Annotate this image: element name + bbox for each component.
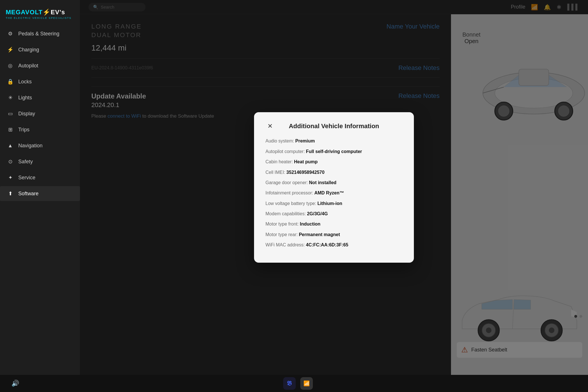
trips-icon: ⊞ (7, 126, 14, 133)
sidebar-item-locks[interactable]: 🔒 Locks (0, 74, 80, 89)
sidebar-item-software[interactable]: ⬆ Software (0, 186, 80, 201)
lights-icon: ✳ (7, 94, 14, 101)
modal-value-cabin-heater: Heat pump (294, 159, 318, 165)
modal-label-audio: Audio system: (265, 138, 294, 144)
modal-value-infotainment: AMD Ryzen™ (314, 190, 344, 196)
sidebar-item-label: Locks (18, 79, 32, 85)
brand-logo: MEGAVOLT⚡EV's THE ELECTRIC VEHICLE SPECI… (0, 6, 80, 25)
modal-close-button[interactable]: ✕ (265, 122, 275, 131)
modal-row-garage-door: Garage door opener: Not installed (265, 180, 402, 186)
modal-label-autopilot-computer: Autopilot computer: (265, 148, 305, 155)
lock-icon: 🔒 (7, 78, 14, 85)
pedals-icon: ⚙ (7, 30, 14, 37)
modal-header: ✕ Additional Vehicle Information (265, 122, 402, 130)
sidebar-item-label: Display (18, 111, 35, 117)
modal-row-audio: Audio system: Premium (265, 138, 402, 144)
modal-row-wifi-mac: WiFi MAC address: 4C:FC:AA:6D:3F:65 (265, 242, 402, 248)
modal-label-cell-imei: Cell IMEI: (265, 169, 285, 176)
sidebar-item-label: Safety (18, 159, 33, 165)
sidebar-item-trips[interactable]: ⊞ Trips (0, 122, 80, 137)
modal-value-motor-rear: Permanent magnet (299, 232, 340, 238)
sidebar-item-autopilot[interactable]: ◎ Autopilot (0, 58, 80, 73)
sidebar-item-navigation[interactable]: ▲ Navigation (0, 138, 80, 153)
modal-overlay[interactable]: ✕ Additional Vehicle Information Audio s… (80, 0, 588, 375)
modal-label-cabin-heater: Cabin heater: (265, 159, 293, 165)
sidebar-item-label: Navigation (18, 143, 43, 149)
sidebar-item-label: Service (18, 175, 35, 181)
sidebar-item-label: Trips (18, 127, 29, 133)
modal-label-motor-front: Motor type front: (265, 221, 299, 227)
taskbar: 🔊 𝔅 📶 (0, 375, 588, 392)
modal-label-infotainment: Infotainment processor: (265, 190, 313, 196)
sidebar-item-label: Autopilot (18, 63, 38, 69)
brand-tagline: THE ELECTRIC VEHICLE SPECIALISTS (6, 17, 74, 19)
sidebar-item-label: Lights (18, 95, 32, 101)
sidebar-item-charging[interactable]: ⚡ Charging (0, 42, 80, 57)
modal-row-cell-imei: Cell IMEI: 352146958942570 (265, 169, 402, 176)
modal-value-garage-door: Not installed (309, 180, 337, 186)
brand-name: MEGAVOLT⚡EV's (6, 9, 74, 16)
modal-label-garage-door: Garage door opener: (265, 180, 308, 186)
sidebar-item-safety[interactable]: ⊙ Safety (0, 154, 80, 169)
display-icon: ▭ (7, 110, 14, 117)
modal-row-autopilot-computer: Autopilot computer: Full self-driving co… (265, 148, 402, 155)
volume-icon[interactable]: 🔊 (11, 380, 19, 387)
sidebar-item-service[interactable]: ✦ Service (0, 170, 80, 185)
modal-value-wifi-mac: 4C:FC:AA:6D:3F:65 (306, 242, 348, 248)
modal-value-motor-front: Induction (300, 221, 321, 227)
modal-row-motor-rear: Motor type rear: Permanent magnet (265, 232, 402, 238)
brand-name-part1: MEGAVOLT (6, 9, 43, 16)
autopilot-icon: ◎ (7, 62, 14, 69)
modal-label-wifi-mac: WiFi MAC address: (265, 242, 305, 248)
modal-value-autopilot-computer: Full self-driving computer (306, 148, 362, 155)
sidebar-item-display[interactable]: ▭ Display (0, 106, 80, 121)
sidebar-item-label: Software (18, 191, 39, 197)
modal-value-audio: Premium (295, 138, 315, 144)
service-icon: ✦ (7, 174, 14, 181)
sidebar-item-label: Charging (18, 47, 39, 53)
modal-value-modem: 2G/3G/4G (307, 211, 328, 217)
sidebar-item-label: Pedals & Steering (18, 31, 59, 37)
main-content: 🔍 Search Profile 📶 🔔 ✱ ▌▌▌ LONG RANGE (80, 0, 588, 375)
navigation-icon: ▲ (7, 142, 14, 149)
modal-label-motor-rear: Motor type rear: (265, 232, 298, 238)
charging-icon: ⚡ (7, 46, 14, 53)
taskbar-left: 🔊 (11, 380, 19, 387)
taskbar-center: 𝔅 📶 (283, 377, 313, 390)
safety-icon: ⊙ (7, 158, 14, 165)
brand-name-part2: EV's (51, 9, 65, 16)
modal-row-cabin-heater: Cabin heater: Heat pump (265, 159, 402, 165)
screen: MEGAVOLT⚡EV's THE ELECTRIC VEHICLE SPECI… (0, 0, 588, 375)
modal-row-infotainment: Infotainment processor: AMD Ryzen™ (265, 190, 402, 196)
modal-value-low-voltage: Lithium-ion (317, 200, 342, 207)
sidebar-item-lights[interactable]: ✳ Lights (0, 90, 80, 105)
modal-title: Additional Vehicle Information (289, 122, 379, 130)
bluetooth-taskbar-icon[interactable]: 𝔅 (283, 377, 296, 390)
modal-label-modem: Modem capabilities: (265, 211, 306, 217)
software-icon: ⬆ (7, 190, 14, 197)
brand-symbol: ⚡ (43, 9, 51, 16)
additional-info-modal: ✕ Additional Vehicle Information Audio s… (254, 112, 414, 262)
modal-row-motor-front: Motor type front: Induction (265, 221, 402, 227)
sidebar: MEGAVOLT⚡EV's THE ELECTRIC VEHICLE SPECI… (0, 0, 80, 375)
modal-label-low-voltage: Low voltage battery type: (265, 200, 316, 207)
modal-value-cell-imei: 352146958942570 (286, 169, 324, 176)
wifi-taskbar-icon[interactable]: 📶 (300, 377, 313, 390)
modal-row-modem: Modem capabilities: 2G/3G/4G (265, 211, 402, 217)
sidebar-item-pedals[interactable]: ⚙ Pedals & Steering (0, 26, 80, 41)
modal-row-low-voltage: Low voltage battery type: Lithium-ion (265, 200, 402, 207)
